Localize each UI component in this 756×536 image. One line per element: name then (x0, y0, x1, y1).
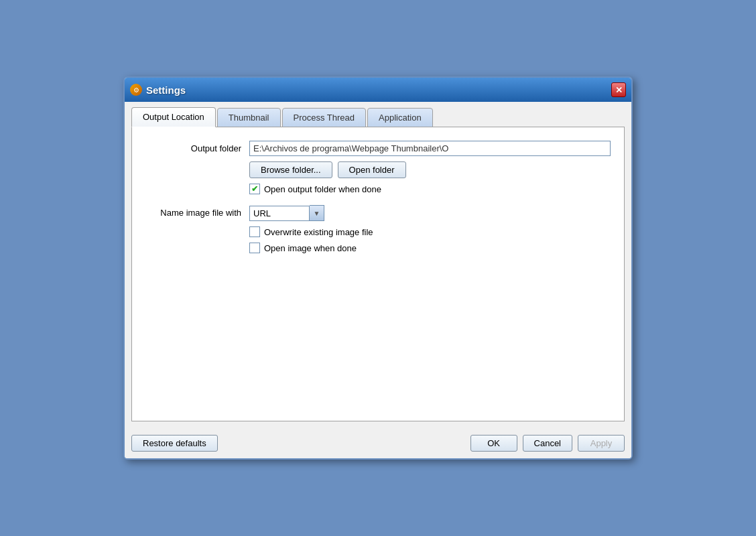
output-folder-controls: Browse folder... Open folder ✔ Open outp… (249, 141, 611, 194)
ok-button[interactable]: OK (470, 435, 517, 452)
window-content: Output Location Thumbnail Process Thread… (125, 102, 631, 428)
checkmark-icon: ✔ (251, 185, 258, 193)
settings-window: ⚙ Settings ✕ Output Location Thumbnail P… (123, 76, 633, 460)
restore-defaults-button[interactable]: Restore defaults (131, 435, 218, 452)
tab-process-thread[interactable]: Process Thread (282, 108, 367, 127)
name-image-row: Name image file with ▼ Overwrite existin… (145, 205, 611, 253)
close-button[interactable]: ✕ (611, 82, 626, 97)
select-arrow-icon[interactable]: ▼ (310, 205, 324, 221)
output-folder-input[interactable] (249, 141, 611, 156)
output-folder-row: Output folder Browse folder... Open fold… (145, 141, 611, 194)
browse-folder-button[interactable]: Browse folder... (249, 161, 332, 178)
overwrite-checkbox[interactable] (249, 226, 260, 237)
overwrite-checkbox-row: Overwrite existing image file (249, 226, 611, 237)
name-image-controls: ▼ Overwrite existing image file Open ima… (249, 205, 611, 253)
cancel-button[interactable]: Cancel (523, 435, 572, 452)
title-bar-left: ⚙ Settings (130, 84, 186, 96)
output-folder-label: Output folder (145, 141, 249, 153)
open-image-checkbox-label: Open image when done (264, 243, 357, 253)
apply-button[interactable]: Apply (578, 435, 625, 452)
tab-panel: Output folder Browse folder... Open fold… (131, 127, 625, 421)
name-image-label: Name image file with (145, 205, 249, 218)
open-output-checkbox[interactable]: ✔ (249, 184, 260, 194)
tab-application[interactable]: Application (367, 108, 433, 127)
open-output-checkbox-row: ✔ Open output folder when done (249, 184, 611, 194)
open-image-checkbox-row: Open image when done (249, 243, 611, 253)
folder-button-row: Browse folder... Open folder (249, 161, 611, 178)
window-title: Settings (146, 84, 186, 96)
tab-bar: Output Location Thumbnail Process Thread… (131, 107, 625, 127)
open-image-checkbox[interactable] (249, 243, 260, 253)
bottom-bar: Restore defaults OK Cancel Apply (125, 428, 631, 458)
open-output-checkbox-label: Open output folder when done (264, 184, 381, 194)
name-image-select[interactable] (249, 206, 310, 221)
settings-icon: ⚙ (130, 84, 142, 96)
overwrite-checkbox-label: Overwrite existing image file (264, 227, 373, 237)
open-folder-button[interactable]: Open folder (338, 161, 406, 178)
name-image-select-wrapper: ▼ (249, 205, 611, 221)
title-bar: ⚙ Settings ✕ (125, 78, 631, 102)
tab-output-location[interactable]: Output Location (131, 107, 216, 127)
tab-thumbnail[interactable]: Thumbnail (217, 108, 281, 127)
